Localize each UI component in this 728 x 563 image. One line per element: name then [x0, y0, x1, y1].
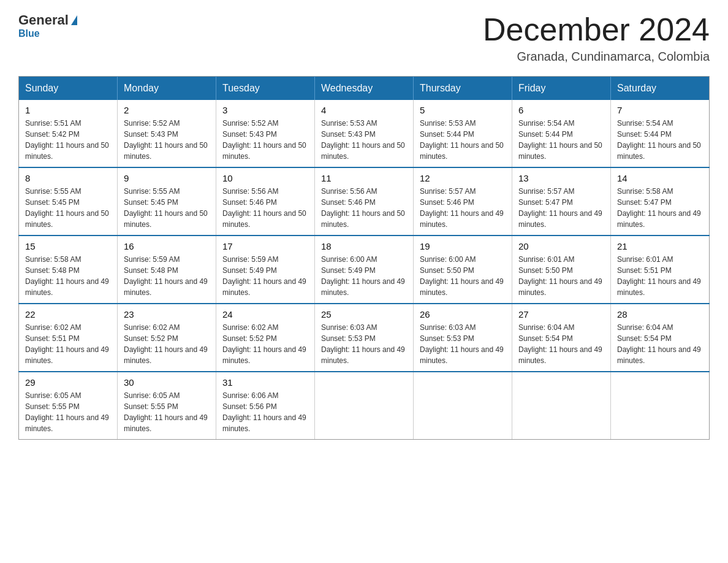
calendar-cell: 15Sunrise: 5:58 AMSunset: 5:48 PMDayligh…: [19, 236, 118, 304]
day-info: Sunrise: 6:05 AMSunset: 5:55 PMDaylight:…: [25, 390, 111, 434]
calendar-cell: 17Sunrise: 5:59 AMSunset: 5:49 PMDayligh…: [216, 236, 315, 304]
day-info: Sunrise: 5:52 AMSunset: 5:43 PMDaylight:…: [124, 118, 210, 162]
day-info: Sunrise: 6:02 AMSunset: 5:51 PMDaylight:…: [25, 322, 111, 366]
day-number: 23: [124, 309, 210, 320]
day-number: 22: [25, 309, 111, 320]
day-number: 10: [222, 173, 308, 183]
calendar-cell: 7Sunrise: 5:54 AMSunset: 5:44 PMDaylight…: [611, 100, 710, 167]
day-number: 31: [222, 377, 308, 388]
day-info: Sunrise: 5:59 AMSunset: 5:48 PMDaylight:…: [124, 254, 210, 298]
day-number: 25: [321, 309, 407, 320]
day-info: Sunrise: 5:58 AMSunset: 5:48 PMDaylight:…: [25, 254, 111, 298]
calendar-cell: 21Sunrise: 6:01 AMSunset: 5:51 PMDayligh…: [611, 236, 710, 304]
weekday-header-sunday: Sunday: [19, 77, 118, 101]
calendar-cell: [512, 372, 611, 440]
logo-general-text: General: [18, 12, 69, 28]
day-number: 26: [420, 309, 506, 320]
day-info: Sunrise: 6:03 AMSunset: 5:53 PMDaylight:…: [420, 322, 506, 366]
day-info: Sunrise: 5:53 AMSunset: 5:44 PMDaylight:…: [420, 118, 506, 162]
day-info: Sunrise: 5:55 AMSunset: 5:45 PMDaylight:…: [25, 186, 111, 230]
weekday-header-monday: Monday: [118, 77, 216, 101]
day-number: 6: [518, 105, 604, 115]
month-title: December 2024: [483, 12, 710, 47]
day-number: 29: [25, 377, 111, 388]
day-number: 3: [222, 105, 308, 115]
day-info: Sunrise: 5:55 AMSunset: 5:45 PMDaylight:…: [124, 186, 210, 230]
day-info: Sunrise: 6:00 AMSunset: 5:49 PMDaylight:…: [321, 254, 407, 298]
day-number: 20: [518, 241, 604, 251]
day-info: Sunrise: 6:06 AMSunset: 5:56 PMDaylight:…: [222, 390, 308, 434]
weekday-header-friday: Friday: [512, 77, 611, 101]
day-info: Sunrise: 5:59 AMSunset: 5:49 PMDaylight:…: [222, 254, 308, 298]
day-number: 19: [420, 241, 506, 251]
day-info: Sunrise: 6:02 AMSunset: 5:52 PMDaylight:…: [222, 322, 308, 366]
day-info: Sunrise: 5:54 AMSunset: 5:44 PMDaylight:…: [617, 118, 703, 162]
day-info: Sunrise: 6:04 AMSunset: 5:54 PMDaylight:…: [518, 322, 604, 366]
calendar-cell: 2Sunrise: 5:52 AMSunset: 5:43 PMDaylight…: [118, 100, 216, 167]
calendar-cell: 28Sunrise: 6:04 AMSunset: 5:54 PMDayligh…: [611, 304, 710, 372]
day-number: 24: [222, 309, 308, 320]
day-number: 2: [124, 105, 210, 115]
day-info: Sunrise: 5:57 AMSunset: 5:47 PMDaylight:…: [518, 186, 604, 230]
day-info: Sunrise: 5:57 AMSunset: 5:46 PMDaylight:…: [420, 186, 506, 230]
day-info: Sunrise: 5:52 AMSunset: 5:43 PMDaylight:…: [222, 118, 308, 162]
day-number: 12: [420, 173, 506, 183]
day-number: 17: [222, 241, 308, 251]
day-number: 7: [617, 105, 703, 115]
day-number: 21: [617, 241, 703, 251]
calendar-cell: 26Sunrise: 6:03 AMSunset: 5:53 PMDayligh…: [414, 304, 512, 372]
day-number: 11: [321, 173, 407, 183]
calendar-cell: 25Sunrise: 6:03 AMSunset: 5:53 PMDayligh…: [315, 304, 414, 372]
calendar-cell: 18Sunrise: 6:00 AMSunset: 5:49 PMDayligh…: [315, 236, 414, 304]
calendar-cell: [315, 372, 414, 440]
calendar-table: SundayMondayTuesdayWednesdayThursdayFrid…: [18, 76, 710, 440]
calendar-week-row: 22Sunrise: 6:02 AMSunset: 5:51 PMDayligh…: [19, 304, 710, 372]
day-info: Sunrise: 6:02 AMSunset: 5:52 PMDaylight:…: [124, 322, 210, 366]
day-number: 13: [518, 173, 604, 183]
weekday-header-saturday: Saturday: [611, 77, 710, 101]
calendar-cell: 4Sunrise: 5:53 AMSunset: 5:43 PMDaylight…: [315, 100, 414, 167]
calendar-cell: [414, 372, 512, 440]
calendar-cell: 1Sunrise: 5:51 AMSunset: 5:42 PMDaylight…: [19, 100, 118, 167]
location-text: Granada, Cundinamarca, Colombia: [483, 50, 710, 64]
calendar-cell: 12Sunrise: 5:57 AMSunset: 5:46 PMDayligh…: [414, 167, 512, 236]
day-info: Sunrise: 5:53 AMSunset: 5:43 PMDaylight:…: [321, 118, 407, 162]
day-number: 30: [124, 377, 210, 388]
calendar-cell: 22Sunrise: 6:02 AMSunset: 5:51 PMDayligh…: [19, 304, 118, 372]
day-number: 5: [420, 105, 506, 115]
calendar-cell: 9Sunrise: 5:55 AMSunset: 5:45 PMDaylight…: [118, 167, 216, 236]
day-number: 27: [518, 309, 604, 320]
weekday-header-wednesday: Wednesday: [315, 77, 414, 101]
day-info: Sunrise: 5:56 AMSunset: 5:46 PMDaylight:…: [222, 186, 308, 230]
calendar-cell: 23Sunrise: 6:02 AMSunset: 5:52 PMDayligh…: [118, 304, 216, 372]
day-info: Sunrise: 6:00 AMSunset: 5:50 PMDaylight:…: [420, 254, 506, 298]
day-info: Sunrise: 5:51 AMSunset: 5:42 PMDaylight:…: [25, 118, 111, 162]
calendar-cell: 19Sunrise: 6:00 AMSunset: 5:50 PMDayligh…: [414, 236, 512, 304]
day-number: 9: [124, 173, 210, 183]
calendar-week-row: 1Sunrise: 5:51 AMSunset: 5:42 PMDaylight…: [19, 100, 710, 167]
calendar-cell: 24Sunrise: 6:02 AMSunset: 5:52 PMDayligh…: [216, 304, 315, 372]
calendar-cell: 20Sunrise: 6:01 AMSunset: 5:50 PMDayligh…: [512, 236, 611, 304]
calendar-cell: 16Sunrise: 5:59 AMSunset: 5:48 PMDayligh…: [118, 236, 216, 304]
day-number: 16: [124, 241, 210, 251]
page-header: General Blue December 2024 Granada, Cund…: [18, 12, 710, 64]
weekday-header-thursday: Thursday: [414, 77, 512, 101]
day-info: Sunrise: 6:04 AMSunset: 5:54 PMDaylight:…: [617, 322, 703, 366]
calendar-cell: 3Sunrise: 5:52 AMSunset: 5:43 PMDaylight…: [216, 100, 315, 167]
day-number: 18: [321, 241, 407, 251]
calendar-cell: [611, 372, 710, 440]
weekday-header-row: SundayMondayTuesdayWednesdayThursdayFrid…: [19, 77, 710, 101]
day-info: Sunrise: 5:58 AMSunset: 5:47 PMDaylight:…: [617, 186, 703, 230]
day-number: 14: [617, 173, 703, 183]
calendar-week-row: 15Sunrise: 5:58 AMSunset: 5:48 PMDayligh…: [19, 236, 710, 304]
calendar-cell: 6Sunrise: 5:54 AMSunset: 5:44 PMDaylight…: [512, 100, 611, 167]
calendar-cell: 13Sunrise: 5:57 AMSunset: 5:47 PMDayligh…: [512, 167, 611, 236]
day-number: 28: [617, 309, 703, 320]
calendar-cell: 14Sunrise: 5:58 AMSunset: 5:47 PMDayligh…: [611, 167, 710, 236]
day-number: 1: [25, 105, 111, 115]
day-info: Sunrise: 6:01 AMSunset: 5:51 PMDaylight:…: [617, 254, 703, 298]
day-info: Sunrise: 6:05 AMSunset: 5:55 PMDaylight:…: [124, 390, 210, 434]
calendar-cell: 27Sunrise: 6:04 AMSunset: 5:54 PMDayligh…: [512, 304, 611, 372]
calendar-cell: 10Sunrise: 5:56 AMSunset: 5:46 PMDayligh…: [216, 167, 315, 236]
calendar-cell: 11Sunrise: 5:56 AMSunset: 5:46 PMDayligh…: [315, 167, 414, 236]
